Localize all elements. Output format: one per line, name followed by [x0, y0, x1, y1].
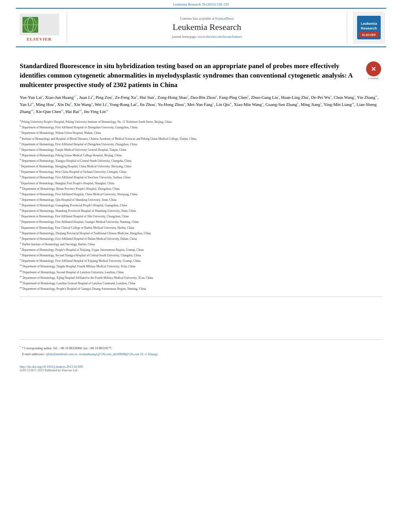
page-wrapper: Leukemia Research 39 (2015) 530–535 ELSE…	[0, 0, 402, 532]
elsevier-logo-section: ELSEVIER	[16, 12, 67, 43]
email-line: E-mail addresses: xjhrm@medmail.com.cn, …	[20, 352, 382, 357]
top-citation-text: Leukemia Research 39 (2015) 530–535	[173, 2, 229, 6]
journal-logo-right: Leukemia Research ELSEVIER	[347, 12, 386, 43]
journal-title: Leukemia Research	[173, 22, 241, 32]
content-area: Standardized fluorescence in situ hybrid…	[0, 47, 402, 376]
homepage-line: journal homepage: www.elsevier.com/locat…	[172, 35, 242, 39]
empty-space	[20, 302, 382, 334]
journal-center-section: Contents lists available at ScienceDirec…	[71, 12, 343, 43]
email-links[interactable]: xjhrm@medmail.com.cn, xiaojunhuang1@126.…	[46, 352, 158, 356]
authors-section: Yue-Yun Laia, Xiao-Jun Huanga,*, Juan Li…	[20, 94, 382, 115]
elsevier-image	[20, 14, 59, 35]
affiliations-section: a Peking University People's Hospital, P…	[20, 119, 382, 291]
journal-header: ELSEVIER Contents lists available at Sci…	[16, 8, 386, 47]
svg-text:ELSEVIER: ELSEVIER	[362, 33, 376, 36]
top-citation-bar: Leukemia Research 39 (2015) 530–535	[0, 0, 402, 8]
copyright-line: 0145-2126/© 2015 Published by Elsevier L…	[20, 369, 382, 372]
homepage-url[interactable]: www.elsevier.com/locate/leukres	[198, 35, 242, 39]
crossmark-section: ✕ CrossMark	[365, 61, 382, 80]
sciencedirect-link[interactable]: ScienceDirect	[215, 17, 234, 20]
sciencedirect-line: Contents lists available at ScienceDirec…	[180, 17, 234, 20]
svg-text:Leukemia: Leukemia	[361, 22, 378, 26]
elsevier-brand-text: ELSEVIER	[27, 37, 52, 41]
footnotes-section: * * Corresponding author. Tel.: +86 10 8…	[20, 345, 382, 357]
doi-line: http://dx.doi.org/10.1016/j.leukres.2015…	[20, 365, 382, 369]
svg-text:Research: Research	[361, 26, 377, 30]
crossmark-icon: ✕	[366, 61, 381, 76]
leukemia-logo-box: Leukemia Research ELSEVIER	[353, 12, 385, 43]
corresponding-author-note: * * Corresponding author. Tel.: +86 10 8…	[20, 345, 382, 351]
email-label: E-mail addresses:	[22, 352, 45, 356]
divider-bottom	[20, 339, 382, 340]
crossmark-label: CrossMark	[368, 77, 379, 80]
divider	[20, 297, 382, 297]
contents-label: Contents lists available at	[180, 17, 214, 20]
article-title: Standardized fluorescence in situ hybrid…	[20, 61, 359, 89]
article-title-section: Standardized fluorescence in situ hybrid…	[20, 61, 382, 89]
doi-link[interactable]: http://dx.doi.org/10.1016/j.leukres.2015…	[20, 365, 83, 369]
homepage-label: journal homepage:	[172, 35, 197, 39]
